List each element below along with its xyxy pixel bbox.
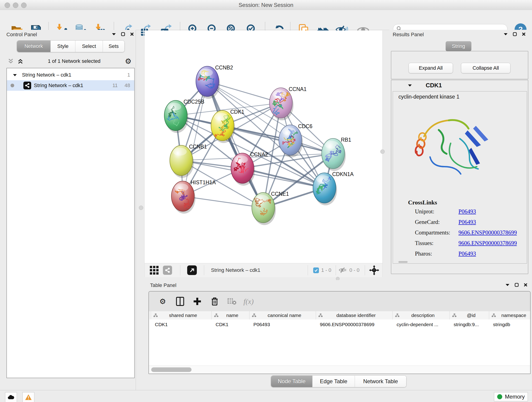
network-collection-row[interactable]: String Network – cdk1 1 [7, 70, 134, 80]
table-cell[interactable]: stringdb [489, 319, 530, 330]
panel-menu-icon[interactable] [504, 33, 508, 36]
float-panel-icon[interactable] [513, 32, 517, 36]
collapse-gene-icon[interactable] [408, 84, 412, 87]
column-header-name[interactable]: name [212, 311, 249, 319]
network-node-CCNB1[interactable]: CCNB1 [170, 144, 207, 178]
column-type-icon [452, 313, 457, 317]
table-cell[interactable]: 9606.ENSP00000378699 [316, 319, 393, 330]
crosslinks-title: CrossLinks [408, 199, 437, 206]
tab-network-table[interactable]: Network Table [355, 376, 406, 387]
network-node-CDKN1A[interactable]: CDKN1A [313, 171, 354, 205]
gene-section: CDK1 cyclin-dependent kinase 1 [391, 80, 528, 274]
column-header-namespace[interactable]: namespace [489, 311, 530, 319]
tab-style[interactable]: Style [51, 41, 75, 52]
horizontal-scrollbar-thumb[interactable] [399, 261, 408, 263]
collapse-collection-icon[interactable] [13, 74, 17, 77]
table-cell[interactable]: P06493 [249, 319, 316, 330]
network-node-CDC25B[interactable]: CDC25B [164, 99, 204, 133]
gene-section-header[interactable]: CDK1 [391, 80, 528, 90]
float-panel-icon[interactable] [515, 283, 519, 287]
network-row-selected[interactable]: String Network – cdk1 11 48 [7, 80, 134, 91]
crosslink-value[interactable]: P06493 [458, 208, 476, 215]
network-node-CCNA2[interactable]: CCNA2 [231, 152, 268, 186]
network-canvas[interactable]: CCNB2CCNA1CDC25BCDK1CDC6RB1CCNB1CCNA2CDK… [144, 31, 383, 263]
node-label-HIST1H1A: HIST1H1A [191, 179, 216, 185]
column-header-canonical-name[interactable]: canonical name [249, 311, 316, 319]
column-type-icon [214, 313, 219, 317]
gear-icon: ⚙ [159, 298, 166, 305]
selected-checkbox-icon[interactable] [313, 268, 319, 273]
table-horizontal-scrollbar[interactable] [149, 366, 530, 374]
node-label-CCNA1: CCNA1 [289, 86, 307, 92]
expand-all-button[interactable]: Expand All [409, 63, 453, 73]
table-row[interactable]: CDK1CDK1P064939606.ENSP00000378699cyclin… [149, 319, 530, 330]
birdseye-toggle-button[interactable] [150, 266, 159, 276]
close-panel-icon[interactable] [522, 32, 526, 36]
crosslink-value[interactable]: 9606.ENSP00000378699 [458, 240, 517, 246]
cloud-status-button[interactable] [5, 392, 17, 402]
column-header-@id[interactable]: @id [450, 311, 489, 319]
network-node-CCNA1[interactable]: CCNA1 [269, 86, 307, 120]
tab-select[interactable]: Select [75, 41, 103, 52]
tab-edge-table[interactable]: Edge Table [312, 376, 355, 387]
network-node-count: 11 [113, 83, 118, 89]
protein-structure-image [402, 105, 503, 196]
right-splitter-handle[interactable] [380, 149, 385, 154]
column-header-description[interactable]: description [393, 311, 450, 319]
tab-network[interactable]: Network [17, 41, 51, 52]
memory-button[interactable]: Memory [494, 392, 528, 401]
crosslink-value[interactable]: P06493 [458, 250, 476, 257]
network-node-RB1[interactable]: RB1 [322, 137, 351, 171]
scrollbar-thumb[interactable] [151, 367, 191, 372]
left-splitter-handle[interactable] [139, 206, 143, 210]
separator [365, 265, 365, 275]
warnings-button[interactable] [22, 392, 34, 402]
network-view-title: String Network – cdk1 [211, 263, 260, 277]
close-panel-icon[interactable] [524, 283, 527, 287]
create-column-button[interactable] [191, 295, 203, 307]
function-builder-button[interactable]: f(x) [242, 295, 255, 307]
show-columns-button[interactable] [174, 295, 186, 307]
cloud-icon [7, 395, 14, 400]
crosslink-value[interactable]: 9606.ENSP00000378699 [458, 230, 517, 236]
collapse-all-networks-icon[interactable] [17, 58, 23, 64]
tab-node-table[interactable]: Node Table [271, 376, 312, 387]
panel-menu-icon[interactable] [505, 283, 510, 286]
expand-all-networks-icon[interactable] [8, 58, 14, 64]
table-panel: Table Panel ⚙ [144, 280, 532, 390]
table-panel-title: Table Panel [150, 282, 177, 288]
delete-table-button[interactable] [226, 295, 238, 307]
network-node-HIST1H1A[interactable]: HIST1H1A [171, 179, 216, 214]
results-panel: Results Panel String Expand All Collapse… [389, 30, 532, 281]
table-header-row: shared namenamecanonical namedatabase id… [149, 311, 530, 320]
tab-string[interactable]: String [446, 41, 472, 51]
column-header-shared-name[interactable]: shared name [151, 311, 212, 319]
table-cell[interactable]: cyclin-dependent ... [393, 319, 450, 330]
crosslink-label: Uniprot: [415, 208, 458, 215]
network-options-gear-icon[interactable]: ⚙ [125, 57, 132, 65]
network-node-CDK1[interactable]: CDK1 [211, 109, 244, 143]
network-node-CDC6[interactable]: CDC6 [279, 123, 312, 157]
table-cell[interactable]: CDK1 [211, 319, 249, 330]
detach-view-button[interactable] [187, 265, 197, 275]
column-header-database-identifier[interactable]: database identifier [316, 311, 393, 319]
table-cell[interactable]: stringdb:9... [450, 319, 489, 330]
panel-menu-icon[interactable] [112, 33, 116, 36]
float-panel-icon[interactable] [121, 32, 125, 36]
column-type-icon [153, 313, 158, 317]
network-node-CCNE1[interactable]: CCNE1 [252, 191, 289, 225]
node-label-CDC25B: CDC25B [184, 99, 204, 105]
gene-name: CDK1 [426, 82, 442, 89]
collapse-all-button[interactable]: Collapse All [461, 63, 510, 73]
crosslink-value[interactable]: P06493 [458, 219, 476, 225]
network-node-CCNB2[interactable]: CCNB2 [196, 65, 233, 99]
trash-icon [210, 297, 219, 306]
fit-selected-button[interactable] [369, 265, 379, 276]
collection-count: 1 [127, 72, 130, 78]
tab-sets[interactable]: Sets [103, 41, 124, 52]
table-cell[interactable]: CDK1 [151, 319, 211, 330]
delete-column-button[interactable] [209, 295, 221, 307]
close-panel-icon[interactable] [130, 32, 134, 36]
table-options-button[interactable]: ⚙ [157, 295, 169, 307]
application-window: Session: New Session [0, 0, 532, 402]
